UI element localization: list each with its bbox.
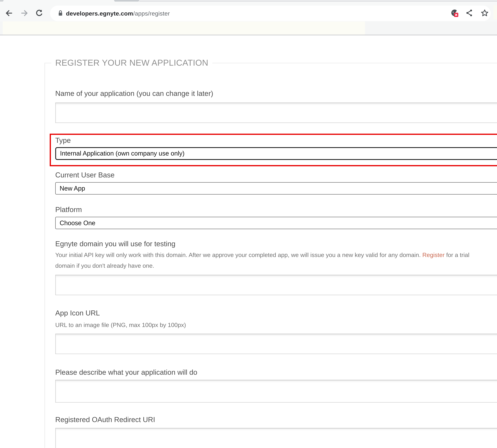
reload-icon	[35, 9, 44, 17]
share-icon[interactable]	[465, 9, 474, 18]
browser-toolbar: developers.egnyte.com/apps/register	[0, 1, 497, 21]
domain-desc-line2: domain if you don't already have one.	[55, 262, 154, 269]
register-form-fieldset: REGISTER YOUR NEW APPLICATION Name of yo…	[45, 58, 497, 448]
app-icon-url-label: App Icon URL	[55, 309, 100, 318]
browser-window: developers.egnyte.com/apps/register	[0, 0, 497, 448]
url-path: /apps/register	[133, 10, 170, 16]
register-link[interactable]: Register	[422, 251, 445, 258]
type-select[interactable]: Internal Application (own company use on…	[55, 147, 497, 160]
tab-strip-background	[139, 0, 497, 1]
page-content: REGISTER YOUR NEW APPLICATION Name of yo…	[0, 35, 497, 448]
type-select-value: Internal Application (own company use on…	[60, 150, 185, 157]
domain-description: Your initial API key will only work with…	[55, 249, 497, 271]
platform-select-value: Choose One	[60, 219, 95, 226]
forward-button[interactable]	[19, 8, 29, 18]
header-pale-block	[3, 21, 365, 34]
name-label: Name of your application (you can change…	[55, 90, 213, 98]
oauth-input[interactable]	[55, 428, 497, 448]
back-button[interactable]	[4, 8, 14, 18]
reload-button[interactable]	[34, 8, 44, 18]
oauth-label: Registered OAuth Redirect URI	[55, 416, 155, 424]
url-address-bar[interactable]: developers.egnyte.com/apps/register	[50, 5, 491, 21]
page-header-band	[0, 21, 497, 35]
platform-select[interactable]: Choose One	[55, 217, 497, 229]
platform-label: Platform	[55, 206, 82, 214]
bookmark-star-icon[interactable]	[480, 9, 489, 18]
describe-textarea[interactable]	[55, 380, 497, 402]
type-label: Type	[55, 136, 71, 145]
back-arrow-icon	[5, 9, 13, 17]
secure-lock-icon[interactable]	[56, 9, 64, 18]
user-base-select[interactable]: New App	[55, 182, 497, 194]
toolbar-extension-area	[493, 5, 497, 19]
user-base-select-value: New App	[60, 185, 85, 192]
tab-strip	[0, 0, 497, 1]
domain-label: Egnyte domain you will use for testing	[55, 240, 175, 248]
cookie-blocker-icon[interactable]	[450, 9, 459, 18]
name-input[interactable]	[55, 103, 497, 123]
domain-desc-before: Your initial API key will only work with…	[55, 251, 422, 258]
domain-input[interactable]	[55, 275, 497, 295]
user-base-label: Current User Base	[55, 171, 114, 179]
domain-desc-after: for a trial	[445, 251, 469, 258]
forward-arrow-icon	[20, 9, 29, 17]
app-icon-url-input[interactable]	[55, 334, 497, 354]
describe-label: Please describe what your application wi…	[55, 368, 197, 377]
form-legend: REGISTER YOUR NEW APPLICATION	[51, 58, 212, 68]
url-text: developers.egnyte.com/apps/register	[66, 5, 170, 21]
app-icon-url-help: URL to an image file (PNG, max 100px by …	[55, 321, 186, 328]
url-host: developers.egnyte.com	[66, 10, 133, 16]
